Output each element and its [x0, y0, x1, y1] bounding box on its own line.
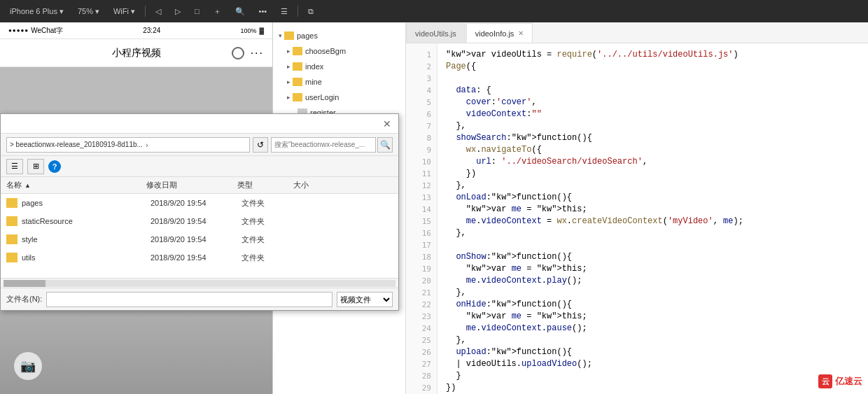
breadcrumb: > beeactionwx-release_20180919-8d11b... …: [6, 137, 250, 153]
phone-header: 小程序视频 ···: [0, 39, 272, 67]
tree-arrow: ▸: [287, 63, 290, 70]
folder-icon: [293, 47, 302, 55]
forward-icon-btn[interactable]: ▷: [171, 6, 185, 17]
tree-item-label: userLogin: [305, 93, 339, 101]
file-row[interactable]: utils 2018/9/20 19:54 文件夹: [1, 248, 398, 267]
search-input[interactable]: [271, 137, 376, 153]
file-dialog-titlebar: ✕: [1, 114, 398, 134]
line-number: 25: [406, 335, 437, 346]
tab-videoInfo[interactable]: videoInfo.js ✕: [466, 23, 533, 43]
col-size-header: 大小: [293, 180, 335, 190]
tab-close-icon[interactable]: ✕: [518, 29, 524, 37]
tree-arrow: ▸: [287, 48, 290, 55]
file-row[interactable]: pages 2018/9/20 19:54 文件夹: [1, 194, 398, 212]
code-line: | videoUtils.uploadVideo();: [446, 358, 860, 370]
folder-icon: [284, 31, 294, 40]
close-icon[interactable]: ✕: [382, 118, 393, 129]
editor-panel: videoUtils.js videoInfo.js ✕ 12345678910…: [406, 22, 868, 394]
add-icon-btn[interactable]: ＋: [209, 5, 225, 18]
more-icon-btn[interactable]: •••: [255, 6, 272, 17]
editor-tabs: videoUtils.js videoInfo.js ✕: [406, 22, 868, 43]
back-icon: ◁: [155, 7, 161, 16]
tree-item-label: chooseBgm: [305, 47, 346, 55]
folder-icon: [6, 216, 18, 226]
line-number: 27: [406, 358, 437, 370]
code-line: },: [446, 335, 860, 346]
line-number: 26: [406, 346, 437, 358]
file-row[interactable]: style 2018/9/20 19:54 文件夹: [1, 230, 398, 248]
line-number: 7: [406, 120, 437, 132]
stop-icon: □: [195, 7, 200, 15]
code-line: "kw">var videoUtils = require('../../uti…: [446, 49, 860, 61]
line-number: 2: [406, 61, 437, 73]
stop-icon-btn[interactable]: □: [190, 6, 204, 17]
filename-input[interactable]: [46, 292, 332, 307]
refresh-button[interactable]: ↺: [253, 137, 268, 153]
col-type-header: 类型: [237, 180, 293, 190]
tree-item[interactable]: ▸ index: [273, 59, 405, 74]
help-button[interactable]: ?: [48, 160, 61, 173]
network-selector[interactable]: WiFi ▾: [109, 6, 139, 17]
code-line: },: [446, 120, 860, 132]
line-number: 16: [406, 227, 437, 239]
forward-icon: ▷: [175, 7, 181, 16]
phone-header-more[interactable]: ···: [251, 47, 264, 59]
tree-arrow: ▾: [279, 32, 282, 39]
search-icon: 🔍: [235, 7, 245, 16]
code-line: url: '../videoSearch/videoSearch',: [446, 156, 860, 168]
search-bar: 🔍: [271, 137, 393, 153]
line-number: 18: [406, 251, 437, 263]
line-number: 1: [406, 49, 437, 61]
file-row[interactable]: staticResource 2018/9/20 19:54 文件夹: [1, 212, 398, 230]
search-button[interactable]: 🔍: [377, 137, 393, 153]
code-line: cover:'cover',: [446, 97, 860, 108]
file-type-select[interactable]: 视频文件: [337, 292, 393, 307]
phone-status-right: 100% ▓: [240, 27, 264, 34]
line-number: 10: [406, 156, 437, 168]
code-line: }: [446, 370, 860, 382]
tree-item-label: index: [305, 62, 323, 71]
code-area[interactable]: "kw">var videoUtils = require('../../uti…: [438, 43, 868, 394]
line-number: 5: [406, 97, 437, 108]
line-number: 20: [406, 275, 437, 287]
code-line: }): [446, 382, 860, 394]
main-layout: ●●●●● WeChat字 23:24 100% ▓ 小程序视频 ··· 📷 ✕: [0, 22, 868, 394]
code-line: Page({: [446, 61, 860, 73]
camera-icon[interactable]: 📷: [14, 352, 42, 380]
col-name-header: 名称 ▲: [6, 180, 146, 190]
file-type: 文件夹: [241, 198, 298, 209]
tree-item[interactable]: ▸ userLogin: [273, 90, 405, 105]
tree-item[interactable]: ▸ mine: [273, 74, 405, 90]
tab-label: videoInfo.js: [475, 29, 514, 38]
line-number: 22: [406, 299, 437, 311]
file-list-content: pages 2018/9/20 19:54 文件夹 staticResource…: [1, 194, 398, 278]
tree-item-label: pages: [297, 31, 318, 40]
horizontal-scrollbar[interactable]: [1, 278, 398, 288]
battery-label: 100%: [240, 27, 256, 34]
tab-videoUtils[interactable]: videoUtils.js: [406, 23, 465, 43]
divider-icon: ⧉: [308, 7, 314, 16]
file-date: 2018/9/20 19:54: [150, 235, 241, 244]
file-type: 文件夹: [241, 253, 298, 263]
tree-item[interactable]: ▸ chooseBgm: [273, 43, 405, 59]
view-button-tiles[interactable]: ⊞: [27, 159, 44, 174]
time-label: 23:24: [143, 27, 160, 34]
folder-icon: [6, 198, 18, 208]
list-icon-btn[interactable]: ☰: [276, 6, 292, 17]
phone-status-bar: ●●●●● WeChat字 23:24 100% ▓: [0, 22, 272, 39]
code-line: }): [446, 168, 860, 180]
code-line: },: [446, 287, 860, 299]
device-selector[interactable]: iPhone 6 Plus ▾: [6, 6, 68, 17]
divider-icon-btn[interactable]: ⧉: [304, 6, 318, 17]
tree-item[interactable]: ▾ pages: [273, 28, 405, 43]
code-line: me.videoContext.pause();: [446, 323, 860, 335]
code-line: wx.navigateTo({: [446, 144, 860, 156]
file-date: 2018/9/20 19:54: [150, 253, 241, 262]
view-button-list[interactable]: ☰: [6, 159, 23, 174]
back-icon-btn[interactable]: ◁: [151, 6, 165, 17]
scroll-track: [4, 280, 396, 287]
zoom-selector[interactable]: 75% ▾: [74, 6, 104, 17]
code-line: onLoad:"kw">function(){: [446, 192, 860, 204]
search-icon-btn[interactable]: 🔍: [231, 6, 249, 17]
line-number: 23: [406, 311, 437, 323]
